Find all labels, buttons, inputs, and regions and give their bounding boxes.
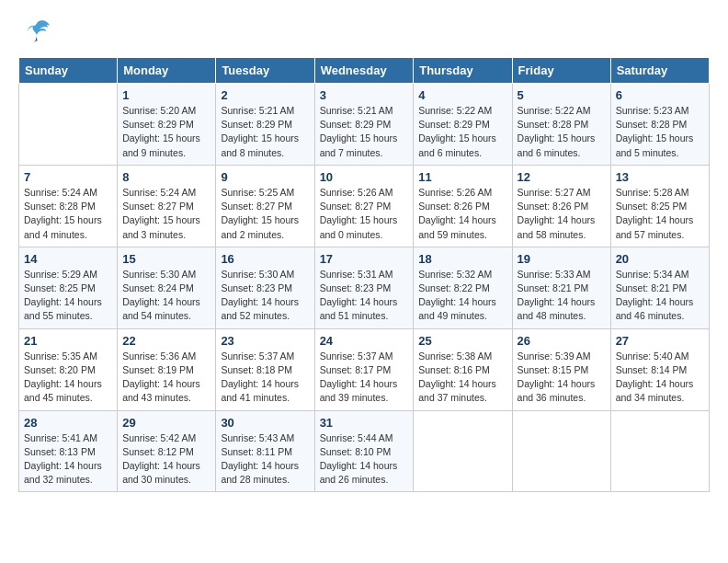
day-number: 2 xyxy=(221,88,309,102)
calendar-cell: 6Sunrise: 5:23 AMSunset: 8:28 PMDaylight… xyxy=(610,84,709,166)
calendar-cell: 25Sunrise: 5:38 AMSunset: 8:16 PMDayligh… xyxy=(414,328,512,410)
calendar-cell: 30Sunrise: 5:43 AMSunset: 8:11 PMDayligh… xyxy=(216,410,314,492)
page-header xyxy=(18,18,710,48)
day-number: 19 xyxy=(518,252,606,266)
day-info: Sunrise: 5:24 AMSunset: 8:27 PMDaylight:… xyxy=(122,186,210,242)
calendar-cell: 16Sunrise: 5:30 AMSunset: 8:23 PMDayligh… xyxy=(216,247,314,328)
header-tuesday: Tuesday xyxy=(216,58,314,84)
day-number: 27 xyxy=(616,334,704,348)
header-wednesday: Wednesday xyxy=(314,58,414,84)
calendar-week-row: 7Sunrise: 5:24 AMSunset: 8:28 PMDaylight… xyxy=(19,165,710,247)
calendar-cell: 5Sunrise: 5:22 AMSunset: 8:28 PMDaylight… xyxy=(512,84,610,166)
calendar-cell: 23Sunrise: 5:37 AMSunset: 8:18 PMDayligh… xyxy=(216,328,314,410)
day-number: 31 xyxy=(320,416,409,430)
calendar-table: SundayMondayTuesdayWednesdayThursdayFrid… xyxy=(18,57,710,492)
calendar-cell: 28Sunrise: 5:41 AMSunset: 8:13 PMDayligh… xyxy=(19,410,118,492)
day-info: Sunrise: 5:33 AMSunset: 8:21 PMDaylight:… xyxy=(518,268,606,324)
day-info: Sunrise: 5:21 AMSunset: 8:29 PMDaylight:… xyxy=(320,104,409,160)
day-number: 12 xyxy=(518,170,606,184)
day-number: 17 xyxy=(320,252,409,266)
day-info: Sunrise: 5:44 AMSunset: 8:10 PMDaylight:… xyxy=(320,431,409,488)
calendar-cell xyxy=(414,410,512,492)
logo-bird-icon xyxy=(24,18,51,48)
day-info: Sunrise: 5:35 AMSunset: 8:20 PMDaylight:… xyxy=(24,350,112,406)
calendar-cell: 9Sunrise: 5:25 AMSunset: 8:27 PMDaylight… xyxy=(216,165,314,247)
day-number: 18 xyxy=(418,252,506,266)
calendar-cell: 15Sunrise: 5:30 AMSunset: 8:24 PMDayligh… xyxy=(118,247,216,328)
day-info: Sunrise: 5:34 AMSunset: 8:21 PMDaylight:… xyxy=(616,268,704,324)
header-friday: Friday xyxy=(512,58,610,84)
day-number: 10 xyxy=(320,170,409,184)
day-number: 5 xyxy=(518,88,606,102)
day-info: Sunrise: 5:30 AMSunset: 8:24 PMDaylight:… xyxy=(122,268,210,324)
logo xyxy=(18,18,51,48)
day-number: 26 xyxy=(518,334,606,348)
day-number: 4 xyxy=(418,88,506,102)
calendar-cell: 18Sunrise: 5:32 AMSunset: 8:22 PMDayligh… xyxy=(414,247,512,328)
day-info: Sunrise: 5:36 AMSunset: 8:19 PMDaylight:… xyxy=(122,350,210,406)
calendar-week-row: 28Sunrise: 5:41 AMSunset: 8:13 PMDayligh… xyxy=(19,410,710,492)
header-monday: Monday xyxy=(118,58,216,84)
calendar-cell: 1Sunrise: 5:20 AMSunset: 8:29 PMDaylight… xyxy=(118,84,216,166)
day-info: Sunrise: 5:31 AMSunset: 8:23 PMDaylight:… xyxy=(320,268,409,324)
day-info: Sunrise: 5:37 AMSunset: 8:17 PMDaylight:… xyxy=(320,350,409,406)
day-info: Sunrise: 5:42 AMSunset: 8:12 PMDaylight:… xyxy=(122,431,210,488)
calendar-cell: 29Sunrise: 5:42 AMSunset: 8:12 PMDayligh… xyxy=(118,410,216,492)
header-saturday: Saturday xyxy=(610,58,709,84)
day-info: Sunrise: 5:26 AMSunset: 8:27 PMDaylight:… xyxy=(320,186,409,242)
day-number: 21 xyxy=(24,334,112,348)
day-number: 14 xyxy=(24,252,112,266)
calendar-cell xyxy=(512,410,610,492)
day-info: Sunrise: 5:30 AMSunset: 8:23 PMDaylight:… xyxy=(221,268,309,324)
day-info: Sunrise: 5:23 AMSunset: 8:28 PMDaylight:… xyxy=(616,104,704,160)
calendar-week-row: 21Sunrise: 5:35 AMSunset: 8:20 PMDayligh… xyxy=(19,328,710,410)
day-number: 11 xyxy=(418,170,506,184)
day-number: 30 xyxy=(221,416,309,430)
day-info: Sunrise: 5:20 AMSunset: 8:29 PMDaylight:… xyxy=(122,104,210,160)
day-number: 3 xyxy=(320,88,409,102)
day-info: Sunrise: 5:43 AMSunset: 8:11 PMDaylight:… xyxy=(221,431,309,488)
calendar-cell: 31Sunrise: 5:44 AMSunset: 8:10 PMDayligh… xyxy=(314,410,414,492)
day-info: Sunrise: 5:32 AMSunset: 8:22 PMDaylight:… xyxy=(418,268,506,324)
calendar-cell: 22Sunrise: 5:36 AMSunset: 8:19 PMDayligh… xyxy=(118,328,216,410)
calendar-cell: 3Sunrise: 5:21 AMSunset: 8:29 PMDaylight… xyxy=(314,84,414,166)
day-info: Sunrise: 5:41 AMSunset: 8:13 PMDaylight:… xyxy=(24,431,112,488)
day-info: Sunrise: 5:24 AMSunset: 8:28 PMDaylight:… xyxy=(24,186,112,242)
calendar-cell: 7Sunrise: 5:24 AMSunset: 8:28 PMDaylight… xyxy=(19,165,118,247)
day-number: 15 xyxy=(122,252,210,266)
header-thursday: Thursday xyxy=(414,58,512,84)
day-number: 1 xyxy=(122,88,210,102)
calendar-cell: 19Sunrise: 5:33 AMSunset: 8:21 PMDayligh… xyxy=(512,247,610,328)
day-info: Sunrise: 5:26 AMSunset: 8:26 PMDaylight:… xyxy=(418,186,506,242)
calendar-cell: 12Sunrise: 5:27 AMSunset: 8:26 PMDayligh… xyxy=(512,165,610,247)
calendar-cell: 10Sunrise: 5:26 AMSunset: 8:27 PMDayligh… xyxy=(314,165,414,247)
calendar-cell: 26Sunrise: 5:39 AMSunset: 8:15 PMDayligh… xyxy=(512,328,610,410)
day-info: Sunrise: 5:22 AMSunset: 8:28 PMDaylight:… xyxy=(518,104,606,160)
day-number: 28 xyxy=(24,416,112,430)
day-number: 13 xyxy=(616,170,704,184)
day-number: 8 xyxy=(122,170,210,184)
day-number: 20 xyxy=(616,252,704,266)
day-info: Sunrise: 5:38 AMSunset: 8:16 PMDaylight:… xyxy=(418,350,506,406)
calendar-cell: 21Sunrise: 5:35 AMSunset: 8:20 PMDayligh… xyxy=(19,328,118,410)
day-info: Sunrise: 5:21 AMSunset: 8:29 PMDaylight:… xyxy=(221,104,309,160)
calendar-cell xyxy=(610,410,709,492)
day-number: 6 xyxy=(616,88,704,102)
calendar-cell: 17Sunrise: 5:31 AMSunset: 8:23 PMDayligh… xyxy=(314,247,414,328)
calendar-week-row: 1Sunrise: 5:20 AMSunset: 8:29 PMDaylight… xyxy=(19,84,710,166)
day-number: 22 xyxy=(122,334,210,348)
day-number: 25 xyxy=(418,334,506,348)
calendar-cell: 13Sunrise: 5:28 AMSunset: 8:25 PMDayligh… xyxy=(610,165,709,247)
day-number: 29 xyxy=(122,416,210,430)
calendar-cell: 24Sunrise: 5:37 AMSunset: 8:17 PMDayligh… xyxy=(314,328,414,410)
day-info: Sunrise: 5:40 AMSunset: 8:14 PMDaylight:… xyxy=(616,350,704,406)
calendar-cell: 20Sunrise: 5:34 AMSunset: 8:21 PMDayligh… xyxy=(610,247,709,328)
calendar-cell: 8Sunrise: 5:24 AMSunset: 8:27 PMDaylight… xyxy=(118,165,216,247)
day-info: Sunrise: 5:28 AMSunset: 8:25 PMDaylight:… xyxy=(616,186,704,242)
day-info: Sunrise: 5:37 AMSunset: 8:18 PMDaylight:… xyxy=(221,350,309,406)
day-number: 23 xyxy=(221,334,309,348)
calendar-cell: 14Sunrise: 5:29 AMSunset: 8:25 PMDayligh… xyxy=(19,247,118,328)
day-info: Sunrise: 5:39 AMSunset: 8:15 PMDaylight:… xyxy=(518,350,606,406)
calendar-cell: 4Sunrise: 5:22 AMSunset: 8:29 PMDaylight… xyxy=(414,84,512,166)
day-info: Sunrise: 5:29 AMSunset: 8:25 PMDaylight:… xyxy=(24,268,112,324)
